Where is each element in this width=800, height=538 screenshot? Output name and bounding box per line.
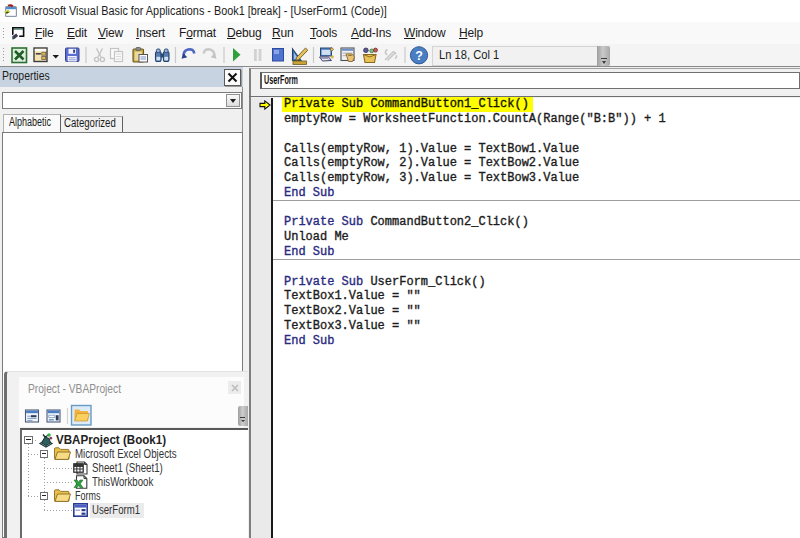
svg-text:?: ? bbox=[415, 49, 423, 63]
